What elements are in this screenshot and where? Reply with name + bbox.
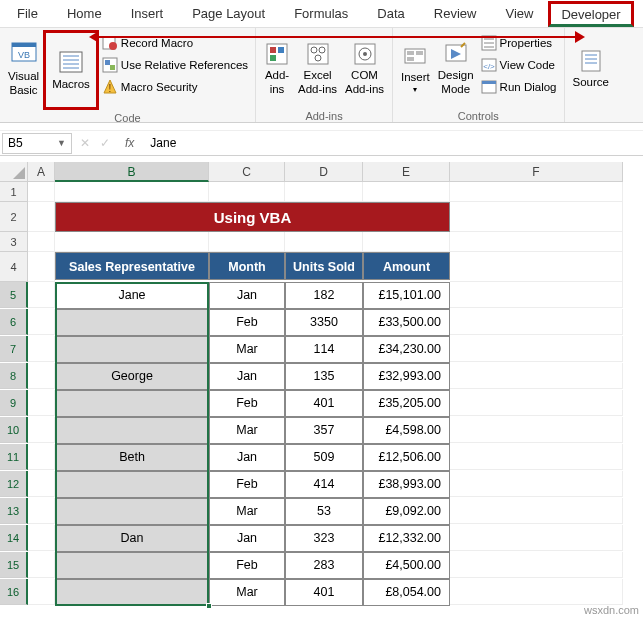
cell[interactable]	[363, 232, 450, 252]
cell-units[interactable]: 182	[285, 282, 363, 309]
cell[interactable]	[450, 390, 623, 416]
row-header-5[interactable]: 5	[0, 282, 28, 308]
cell[interactable]	[450, 202, 623, 232]
header-month[interactable]: Month	[209, 252, 285, 280]
cell-units[interactable]: 401	[285, 390, 363, 417]
cell-rep[interactable]: Dan	[55, 525, 209, 552]
use-relative-button[interactable]: Use Relative References	[99, 54, 251, 76]
cell[interactable]	[209, 232, 285, 252]
cell[interactable]	[28, 202, 55, 232]
cell-amount[interactable]: £34,230.00	[363, 336, 450, 363]
excel-addins-button[interactable]: Excel Add-ins	[294, 30, 341, 108]
macros-button[interactable]: Macros	[48, 34, 94, 106]
run-dialog-button[interactable]: Run Dialog	[478, 76, 560, 98]
cell-units[interactable]: 53	[285, 498, 363, 525]
cancel-formula-icon[interactable]: ✕	[80, 136, 90, 150]
cell-rep[interactable]: Jane	[55, 282, 209, 309]
cell[interactable]	[28, 390, 55, 416]
row-header-2[interactable]: 2	[0, 202, 28, 232]
cell[interactable]	[28, 282, 55, 308]
cell-amount[interactable]: £38,993.00	[363, 471, 450, 498]
cell-rep[interactable]: Beth	[55, 444, 209, 471]
row-header-10[interactable]: 10	[0, 417, 28, 443]
row-header-7[interactable]: 7	[0, 336, 28, 362]
cell-rep[interactable]: George	[55, 363, 209, 390]
cell-amount[interactable]: £15,101.00	[363, 282, 450, 309]
chevron-down-icon[interactable]: ▼	[57, 138, 66, 148]
row-header-4[interactable]: 4	[0, 252, 28, 282]
cell-rep[interactable]	[55, 417, 209, 444]
cell[interactable]	[450, 552, 623, 578]
cell-rep[interactable]	[55, 498, 209, 525]
insert-control-button[interactable]: Insert ▾	[397, 30, 434, 108]
formula-input[interactable]: Jane	[145, 136, 643, 150]
cell-units[interactable]: 401	[285, 579, 363, 606]
cell-amount[interactable]: £4,500.00	[363, 552, 450, 579]
cell[interactable]	[450, 252, 623, 282]
cell[interactable]	[450, 336, 623, 362]
cell-rep[interactable]	[55, 309, 209, 336]
tab-view[interactable]: View	[491, 1, 547, 26]
cell[interactable]	[28, 525, 55, 551]
cell-month[interactable]: Jan	[209, 282, 285, 309]
cell[interactable]	[450, 309, 623, 335]
cell-month[interactable]: Jan	[209, 525, 285, 552]
cell-units[interactable]: 283	[285, 552, 363, 579]
cell-units[interactable]: 509	[285, 444, 363, 471]
header-units[interactable]: Units Sold	[285, 252, 363, 280]
design-mode-button[interactable]: Design Mode	[434, 30, 478, 108]
spreadsheet-grid[interactable]: A B C D E F 1 2 Using VBA 3 4 Sales Repr…	[0, 162, 643, 606]
cell-units[interactable]: 135	[285, 363, 363, 390]
cell-units[interactable]: 3350	[285, 309, 363, 336]
cell-month[interactable]: Feb	[209, 309, 285, 336]
tab-data[interactable]: Data	[363, 1, 418, 26]
tab-formulas[interactable]: Formulas	[280, 1, 362, 26]
cell[interactable]	[450, 471, 623, 497]
cell[interactable]	[28, 552, 55, 578]
cell[interactable]	[28, 579, 55, 605]
cell-month[interactable]: Mar	[209, 417, 285, 444]
col-header-C[interactable]: C	[209, 162, 285, 182]
view-code-button[interactable]: </> View Code	[478, 54, 560, 76]
cell-rep[interactable]	[55, 390, 209, 417]
col-header-F[interactable]: F	[450, 162, 623, 182]
col-header-E[interactable]: E	[363, 162, 450, 182]
cell-month[interactable]: Feb	[209, 471, 285, 498]
cell[interactable]	[28, 232, 55, 252]
tab-file[interactable]: File	[3, 1, 52, 26]
row-header-8[interactable]: 8	[0, 363, 28, 389]
cell-month[interactable]: Jan	[209, 444, 285, 471]
cell[interactable]	[450, 444, 623, 470]
cell[interactable]	[55, 182, 209, 202]
cell[interactable]	[28, 417, 55, 443]
fx-icon[interactable]: fx	[120, 136, 139, 150]
cell[interactable]	[28, 252, 55, 282]
enter-formula-icon[interactable]: ✓	[100, 136, 110, 150]
cell[interactable]	[450, 232, 623, 252]
cell[interactable]	[209, 182, 285, 202]
cell[interactable]	[450, 363, 623, 389]
col-header-D[interactable]: D	[285, 162, 363, 182]
row-header-1[interactable]: 1	[0, 182, 28, 202]
header-rep[interactable]: Sales Representative	[55, 252, 209, 280]
cell-amount[interactable]: £9,092.00	[363, 498, 450, 525]
row-header-14[interactable]: 14	[0, 525, 28, 551]
cell-month[interactable]: Mar	[209, 498, 285, 525]
cell[interactable]	[28, 182, 55, 202]
cell-rep[interactable]	[55, 336, 209, 363]
cell-units[interactable]: 414	[285, 471, 363, 498]
row-header-11[interactable]: 11	[0, 444, 28, 470]
header-amount[interactable]: Amount	[363, 252, 450, 280]
cell-month[interactable]: Jan	[209, 363, 285, 390]
row-header-3[interactable]: 3	[0, 232, 28, 252]
cell[interactable]	[55, 232, 209, 252]
cell-month[interactable]: Mar	[209, 579, 285, 606]
name-box[interactable]: B5 ▼	[2, 133, 72, 154]
row-header-13[interactable]: 13	[0, 498, 28, 524]
cell[interactable]	[28, 471, 55, 497]
cell[interactable]	[450, 525, 623, 551]
cell-units[interactable]: 357	[285, 417, 363, 444]
cell[interactable]	[28, 444, 55, 470]
row-header-16[interactable]: 16	[0, 579, 28, 605]
cell[interactable]	[28, 309, 55, 335]
